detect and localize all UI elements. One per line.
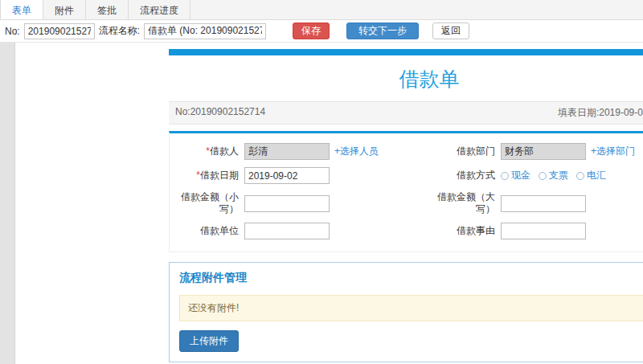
form-fill-date: 填表日期:2019-09-02 15:27:1 [558, 106, 643, 120]
loan-unit-label: 借款单位 [173, 225, 239, 237]
tab-approval[interactable]: 签批 [86, 0, 129, 19]
process-name-input[interactable] [144, 23, 266, 39]
select-department-link[interactable]: +选择部门 [591, 145, 635, 158]
form-fields-section: *借款人 +选择人员 借款部门 +选择部门 *借款日期 借款方式 [169, 131, 643, 252]
tab-attachments[interactable]: 附件 [43, 0, 86, 19]
radio-wire[interactable]: 电汇 [576, 169, 606, 182]
left-strip [0, 43, 15, 364]
tab-bar: 表单 附件 签批 流程进度 [0, 0, 643, 20]
loan-method-options: 现金 支票 电汇 [501, 169, 606, 182]
radio-circle-icon [539, 172, 547, 180]
amount-lower-label: 借款金额（小写） [173, 191, 239, 215]
amount-upper-input[interactable] [501, 195, 586, 212]
loan-date-input[interactable] [244, 167, 330, 184]
page-title: 借款单 [169, 55, 643, 101]
panel-top-bar [169, 49, 643, 55]
form-no: No:20190902152714 [175, 106, 265, 120]
no-attachments-notice: 还没有附件! [179, 295, 643, 321]
department-input[interactable] [501, 143, 586, 160]
process-name-label: 流程名称: [99, 24, 140, 38]
radio-circle-icon [501, 172, 509, 180]
amount-lower-input[interactable] [244, 195, 330, 212]
loan-reason-input[interactable] [501, 223, 586, 239]
borrower-label: *借款人 [173, 145, 239, 157]
attachments-panel: 流程附件管理 还没有附件! 上传附件 [169, 262, 643, 362]
loan-unit-input[interactable] [244, 223, 330, 239]
borrower-input[interactable] [244, 143, 330, 160]
radio-cash[interactable]: 现金 [501, 169, 530, 182]
next-step-button[interactable]: 转交下一步 [346, 22, 419, 39]
tab-progress[interactable]: 流程进度 [129, 0, 190, 19]
amount-upper-label: 借款金额（大写） [429, 191, 495, 215]
toolbar: No: 流程名称: 保存 转交下一步 返回 [0, 20, 643, 43]
save-button[interactable]: 保存 [293, 22, 330, 39]
radio-check[interactable]: 支票 [539, 169, 568, 182]
loan-date-label: *借款日期 [173, 170, 239, 182]
tab-form[interactable]: 表单 [0, 0, 43, 19]
loan-reason-label: 借款事由 [429, 225, 495, 237]
department-label: 借款部门 [429, 145, 495, 157]
select-person-link[interactable]: +选择人员 [334, 145, 379, 158]
upload-attachment-button[interactable]: 上传附件 [179, 330, 239, 352]
content-area: 借款单 No:20190902152714 填表日期:2019-09-02 15… [0, 43, 643, 364]
form-info-row: No:20190902152714 填表日期:2019-09-02 15:27:… [169, 101, 643, 125]
loan-method-label: 借款方式 [429, 170, 495, 182]
loan-form-panel: 借款单 No:20190902152714 填表日期:2019-09-02 15… [169, 49, 643, 364]
no-label: No: [5, 26, 20, 37]
no-input[interactable] [24, 23, 95, 39]
back-button[interactable]: 返回 [432, 22, 469, 39]
attachments-title: 流程附件管理 [179, 271, 643, 285]
radio-circle-icon [576, 172, 584, 180]
